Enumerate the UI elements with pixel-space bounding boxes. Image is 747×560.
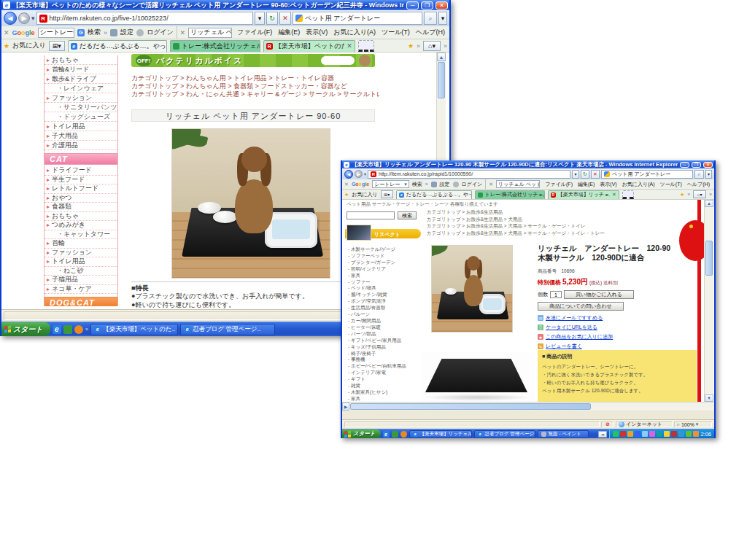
tray-icon[interactable]: [613, 431, 619, 437]
add-to-cart-button[interactable]: 買い物かごに入れる: [564, 290, 634, 299]
sidebar-item[interactable]: 首輪&リード: [44, 65, 117, 74]
tab-1[interactable]: e だるだる…ぶるぶる…。やっ..: [68, 40, 167, 52]
scroll-up-icon[interactable]: ▲: [437, 52, 446, 61]
tab-3-active[interactable]: R 【楽天市場】リッチェル ア.. ✕: [548, 190, 619, 199]
sidebar-item[interactable]: おやつ: [44, 194, 117, 203]
sidebar-item[interactable]: ・ねこ砂: [44, 267, 117, 276]
back-button[interactable]: ◀: [344, 170, 353, 179]
menu-item[interactable]: ファイル(F): [235, 28, 274, 37]
breadcrumb-line[interactable]: カテゴリトップ > わんちゃん用 > トイレ用品 > トレー・トイレ容器: [131, 74, 379, 82]
shop-category-item[interactable]: パーツ/部品: [348, 331, 421, 338]
menu-item[interactable]: ツール(T): [658, 181, 684, 188]
taskbar-button-2[interactable]: e 忍者ブログ 管理ページ: [474, 430, 535, 438]
minimized-window-icon[interactable]: 🗕: [598, 431, 607, 438]
tab-close-icon[interactable]: ✕: [347, 42, 352, 50]
tab-1[interactable]: e だるだる…ぶるぶる…。やっ..: [396, 190, 472, 199]
quick-launch-icon[interactable]: [74, 325, 83, 334]
sidebar-item[interactable]: ネコ草・ケア: [44, 285, 117, 295]
vertical-scrollbar[interactable]: ▲ ▼: [704, 200, 713, 402]
shop-category-item[interactable]: ギフト/ベビー/家具用品: [348, 338, 421, 344]
sidebar-item[interactable]: ファッション: [44, 249, 117, 258]
url-field[interactable]: R http://item.rakuten.co.jp/rapid1/10000…: [368, 170, 570, 179]
scroll-up-icon[interactable]: ▲: [705, 200, 713, 207]
menu-item[interactable]: ファイル(F): [543, 181, 575, 188]
shop-category-item[interactable]: ギフト: [348, 376, 421, 383]
quick-launch-more-icon[interactable]: »: [85, 326, 88, 332]
favbar-more-icon[interactable]: »: [687, 192, 690, 197]
scroll-right-icon[interactable]: ▶: [342, 402, 349, 411]
url-dropdown-icon[interactable]: ▾: [255, 12, 265, 25]
favorites-button[interactable]: お気に入り: [12, 41, 46, 50]
login-button[interactable]: ログイン: [462, 181, 483, 188]
shop-category-item[interactable]: ソファー: [348, 279, 421, 286]
close-button[interactable]: ✕: [703, 162, 713, 168]
stop-icon[interactable]: ✕: [279, 12, 291, 25]
shop-search-button[interactable]: 検索: [398, 211, 417, 219]
toolbar-close-icon[interactable]: ✕: [4, 29, 9, 36]
tab-3-active[interactable]: R 【楽天市場】ペットのための.. ✕: [263, 40, 355, 52]
secondary-search-box[interactable]: リッチェル ペット用: [496, 180, 540, 188]
menu-item[interactable]: ヘルプ(H): [685, 181, 712, 188]
search-go-icon[interactable]: ⌕: [424, 12, 437, 25]
zoom-dropdown-icon[interactable]: ▾: [696, 421, 699, 427]
restore-button[interactable]: ❐: [692, 162, 701, 168]
title-bar[interactable]: e 【楽天市場】リッチェル アンダートレー 120-90 木製サークル 120-…: [342, 160, 714, 168]
refresh-icon[interactable]: ↻: [266, 12, 278, 25]
shop-category-item[interactable]: 椅子/座椅子: [348, 351, 421, 357]
sidebar-item[interactable]: ・レインウェア: [44, 84, 117, 93]
menu-item[interactable]: 表示(V): [597, 181, 619, 188]
shop-category-item[interactable]: インテリア/家電: [348, 370, 421, 376]
shop-category-item[interactable]: プランター/ガーデン: [348, 260, 421, 266]
taskbar-button-1[interactable]: e 【楽天市場】リッチェル..: [409, 430, 472, 438]
horizontal-scrollbar[interactable]: ◀ ▶: [342, 402, 714, 411]
sidebar-item[interactable]: 半生フード: [44, 176, 117, 185]
new-tab-button[interactable]: [358, 40, 374, 52]
minimize-button[interactable]: ─: [406, 1, 419, 9]
stop-icon[interactable]: ✕: [591, 170, 600, 179]
search-options-icon[interactable]: ▾: [705, 170, 712, 179]
sidebar-item[interactable]: つめみがき: [44, 221, 117, 230]
scrollbar-thumb[interactable]: [705, 241, 713, 276]
tray-icon[interactable]: [671, 431, 677, 437]
breadcrumb-line[interactable]: カテゴリトップ > お散歩&生活用品 > 犬用品 > サークル・ゲージ・トイレ・…: [427, 230, 689, 237]
restore-button[interactable]: ❐: [421, 1, 433, 9]
tray-icon[interactable]: [678, 431, 684, 437]
shop-category-item[interactable]: 事務機: [348, 357, 421, 363]
breadcrumb-line[interactable]: カテゴリトップ > お散歩&生活用品 > 犬用品: [427, 216, 689, 223]
forward-button[interactable]: ▶: [18, 12, 30, 24]
sidebar-item[interactable]: 食器類: [44, 203, 117, 212]
live-search-box[interactable]: ペット用 アンダートレー: [293, 12, 422, 25]
tray-icon[interactable]: [635, 431, 640, 437]
shop-category-item[interactable]: ソファーベッド: [348, 253, 421, 260]
favorites-star-icon[interactable]: ★: [4, 42, 9, 50]
taskbar-button-1[interactable]: e 【楽天市場】ペットのた..: [90, 324, 178, 335]
menu-item[interactable]: 編集(E): [276, 28, 302, 37]
toolbar2-close-icon[interactable]: ✕: [180, 29, 186, 36]
sidebar-item[interactable]: ・サニタリーパンツ: [44, 103, 117, 112]
title-bar[interactable]: e 【楽天市場】ペットのための様々なシーンで活躍リッチェル ペット用 アンダート…: [1, 0, 449, 10]
shop-category-item[interactable]: 木製家具(ヒサシ): [348, 389, 421, 396]
toolbar2-close-icon[interactable]: ✕: [489, 182, 493, 187]
tray-icon[interactable]: [693, 431, 699, 437]
quick-launch-icon[interactable]: [63, 325, 72, 334]
quantity-input[interactable]: [550, 291, 562, 298]
quick-tabs-icon[interactable]: ⊞▾: [381, 190, 393, 198]
live-search-box[interactable]: ペット用 アンダートレー: [601, 170, 693, 179]
shop-category-item[interactable]: ベッド/寝具: [348, 285, 421, 292]
menu-item[interactable]: 編集(E): [576, 181, 597, 188]
sidebar-item[interactable]: 散歩&ドライブ: [44, 74, 117, 84]
sidebar-item[interactable]: 首輪: [44, 239, 117, 249]
google-search-button[interactable]: 検索: [88, 28, 101, 37]
google-query-combo[interactable]: シートレー▾: [38, 28, 74, 38]
tray-icon[interactable]: [657, 431, 662, 437]
shop-category-item[interactable]: 服/キッチン/雑貨: [348, 292, 421, 298]
tray-icon[interactable]: [649, 431, 655, 437]
sidebar-item[interactable]: 子犬用品: [44, 131, 117, 141]
sidebar-item[interactable]: 子猫用品: [44, 276, 117, 285]
close-button[interactable]: ✕: [436, 1, 448, 9]
shop-category-item[interactable]: 照明/インテリア: [348, 266, 421, 273]
sidebar-item[interactable]: トイレ用品: [44, 122, 117, 131]
taskbar-button-2[interactable]: e 忍者ブログ 管理ページ..: [180, 324, 275, 335]
search-go-icon[interactable]: ⌕: [694, 170, 704, 179]
shop-category-item[interactable]: ホビー/ベビー/自転車用品: [348, 363, 421, 370]
